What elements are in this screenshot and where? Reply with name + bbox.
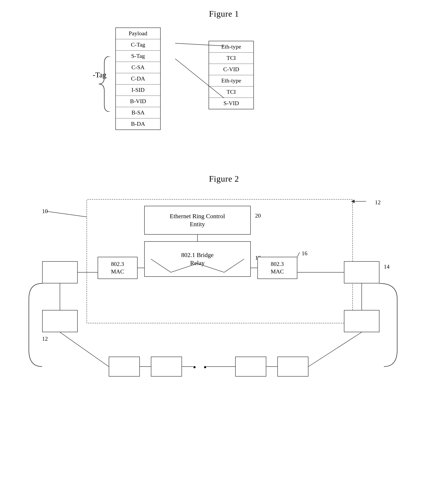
row-bda: B-DA: [116, 118, 160, 130]
bottom-row-node3: [235, 357, 266, 377]
erce-label: Ethernet Ring ControlEntity: [170, 212, 225, 228]
page: Figure 1 -Tag Payload C-Tag S-Tag C-SA C…: [0, 0, 448, 483]
figure2-title: Figure 2: [9, 174, 439, 184]
bridge-relay-box: 802.1 BridgeRelay: [144, 241, 251, 277]
bottom-row-node2: [151, 357, 182, 377]
row-cda: C-DA: [116, 73, 160, 85]
row-tci-2: TCI: [209, 86, 253, 98]
row-cvid: C-VID: [209, 64, 253, 75]
bottom-right-node: [344, 310, 379, 332]
ref-10: 10: [42, 208, 48, 215]
bottom-row-node1: [109, 357, 140, 377]
left-packet-box: Payload C-Tag S-Tag C-SA C-DA I-SID B-VI…: [115, 28, 161, 130]
erce-box: Ethernet Ring ControlEntity: [144, 206, 251, 235]
mac-right-label: 802.3MAC: [271, 260, 284, 275]
row-isid: I-SID: [116, 85, 160, 96]
bottom-left-node: [42, 310, 78, 332]
bridge-relay-label: 802.1 BridgeRelay: [181, 251, 214, 267]
row-tci-1: TCI: [209, 53, 253, 64]
row-csa: C-SA: [116, 62, 160, 73]
figure1-diagram: -Tag Payload C-Tag S-Tag C-SA C-DA I-SID…: [9, 28, 439, 156]
row-stag: S-Tag: [116, 51, 160, 62]
svg-line-11: [60, 332, 109, 366]
figure2-diagram: 10 12 Ethernet Ring ControlEntity 20 802…: [24, 195, 424, 394]
ref-20: 20: [255, 212, 261, 219]
row-payload: Payload: [116, 28, 160, 39]
ref-14: 14: [384, 264, 390, 270]
row-ctag: C-Tag: [116, 39, 160, 51]
ref-16: 16: [302, 250, 308, 257]
left-node-box: [42, 261, 78, 283]
row-bsa: B-SA: [116, 107, 160, 118]
right-packet-box: Eth-type TCI C-VID Eth-type TCI S-VID: [208, 41, 254, 109]
row-eth-type-1: Eth-type: [209, 41, 253, 53]
right-node-box: [344, 261, 379, 283]
bottom-row-node4: [277, 357, 308, 377]
ref-12b: 12: [42, 335, 48, 342]
row-svid: S-VID: [209, 98, 253, 109]
brace-svg: [98, 56, 111, 112]
row-bvid: B-VID: [116, 96, 160, 107]
svg-line-2: [47, 211, 87, 217]
svg-line-16: [308, 332, 362, 366]
mac-left-label: 802.3MAC: [111, 260, 124, 275]
ref-12a: 12: [375, 199, 381, 206]
row-eth-type-2: Eth-type: [209, 75, 253, 86]
mac-right-box: 802.3MAC: [257, 257, 297, 279]
dots-label: • •: [193, 362, 209, 373]
mac-left-box: 802.3MAC: [98, 257, 137, 279]
figure1-title: Figure 1: [9, 9, 439, 19]
